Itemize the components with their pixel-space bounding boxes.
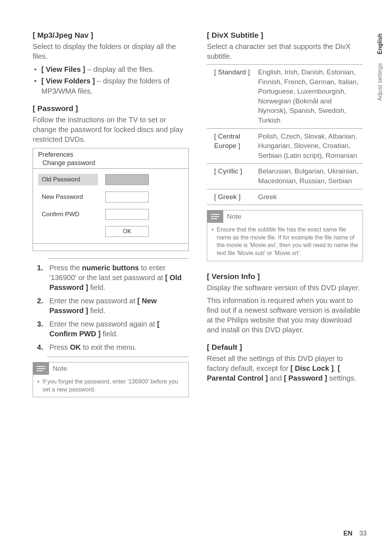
- tab-adjust-settings: Adjust settings: [377, 62, 383, 102]
- table-row: [ Cyrillic ]Belarusian, Bulgarian, Ukrai…: [207, 164, 363, 189]
- panel-header-line1: Preferences: [38, 151, 183, 159]
- mp3-nav-title: [ Mp3/Jpeg Nav ]: [33, 31, 189, 40]
- new-password-input[interactable]: [105, 192, 149, 202]
- confirm-pwd-label: Confirm PWD: [38, 209, 98, 220]
- step-2: Enter the new password at [ New Password…: [47, 296, 189, 316]
- old-password-input[interactable]: [105, 174, 149, 185]
- panel-footer: [33, 243, 188, 251]
- row-central-label: [ Central Europe ]: [207, 128, 256, 164]
- steps-rule-top: [47, 258, 189, 259]
- note-body-left: If you forget the password, enter '13690…: [37, 378, 184, 393]
- charset-table: [ Standard ]English, Irish, Danish, Esto…: [207, 64, 363, 205]
- note-title-left: Note: [53, 365, 67, 373]
- opt-view-files-label: [ View Files ]: [41, 65, 85, 73]
- default-body: Reset all the settings of this DVD playe…: [207, 354, 363, 383]
- version-title: [ Version Info ]: [207, 272, 363, 281]
- row-central-value: Polish, Czech, Slovak, Albanian, Hungari…: [256, 128, 363, 164]
- side-tabs: English Adjust settings: [377, 33, 383, 102]
- divx-body: Select a character set that supports the…: [207, 42, 363, 61]
- default-title: [ Default ]: [207, 343, 363, 352]
- new-password-label: New Password: [38, 191, 98, 203]
- row-cyrillic-label: [ Cyrillic ]: [207, 164, 256, 189]
- footer-lang: EN: [343, 530, 352, 537]
- note-icon: [33, 362, 49, 375]
- table-row: [ Standard ]English, Irish, Danish, Esto…: [207, 65, 363, 129]
- old-password-label: Old Password: [38, 174, 98, 185]
- row-greek-label: [ Greek ]: [207, 189, 256, 205]
- opt-view-folders: [ View Folders ] – display the folders o…: [34, 76, 189, 96]
- password-panel: Preferences Change password Old Password…: [33, 148, 189, 251]
- step-1: Press the numeric buttons to enter '1369…: [47, 263, 189, 292]
- tab-english: English: [377, 33, 383, 55]
- row-standard-value: English, Irish, Danish, Estonian, Finnis…: [256, 65, 363, 129]
- opt-view-files: [ View Files ] – display all the files.: [34, 64, 189, 74]
- version-body2: This information is required when you wa…: [207, 296, 363, 335]
- table-row: [ Central Europe ]Polish, Czech, Slovak,…: [207, 128, 363, 164]
- page-footer: EN 33: [343, 530, 367, 537]
- confirm-pwd-input[interactable]: [105, 209, 149, 220]
- note-title-right: Note: [227, 213, 241, 221]
- row-standard-label: [ Standard ]: [207, 65, 256, 129]
- note-box-left: Note If you forget the password, enter '…: [33, 362, 189, 397]
- divx-title: [ DivX Subtitle ]: [207, 31, 363, 40]
- step-3: Enter the new password again at [ Confir…: [47, 319, 189, 339]
- opt-view-files-rest: – display all the files.: [85, 65, 154, 73]
- password-panel-header: Preferences Change password: [33, 148, 188, 169]
- mp3-nav-body: Select to display the folders or display…: [33, 42, 189, 61]
- row-cyrillic-value: Belarusian, Bulgarian, Ukrainian, Macedo…: [256, 164, 363, 189]
- panel-header-line2: Change password: [38, 159, 183, 167]
- step-4: Press OK to exit the menu.: [47, 342, 189, 352]
- version-body1: Display the software version of this DVD…: [207, 283, 363, 293]
- table-row: [ Greek ]Greek: [207, 189, 363, 205]
- note-box-right: Note Ensure that the subtitle file has t…: [207, 210, 363, 261]
- password-body: Follow the instructions on the TV to set…: [33, 115, 189, 144]
- footer-page: 33: [359, 530, 367, 537]
- row-greek-value: Greek: [256, 189, 363, 205]
- ok-button[interactable]: OK: [105, 226, 149, 237]
- password-title: [ Password ]: [33, 104, 189, 113]
- opt-view-folders-label: [ View Folders ]: [41, 77, 95, 85]
- note-body-right: Ensure that the subtitle file has the ex…: [212, 226, 358, 257]
- steps-rule-bottom: [47, 357, 189, 357]
- note-icon: [207, 210, 223, 223]
